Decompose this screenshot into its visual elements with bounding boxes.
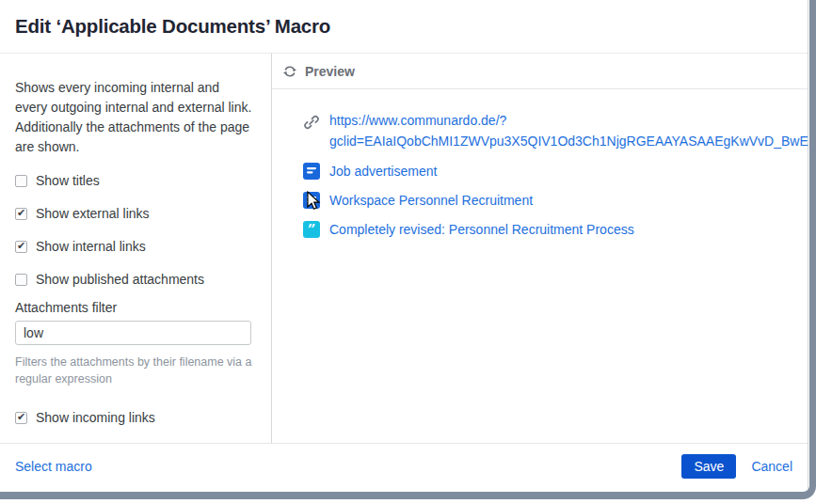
checkbox-label: Show external links: [36, 206, 150, 221]
save-button[interactable]: Save: [681, 454, 736, 479]
checkbox-row-show-external-links[interactable]: Show external links: [15, 206, 256, 221]
edit-macro-dialog: Edit ‘Applicable Documents’ Macro Shows …: [0, 0, 808, 489]
preview-item-page: Workspace Personnel Recruitment: [303, 192, 796, 210]
checkbox-row-show-published-attachments[interactable]: Show published attachments: [15, 272, 256, 287]
preview-content: https://www.communardo.de/? gclid=EAIaIQ…: [272, 89, 808, 239]
preview-blogpost-link[interactable]: Completely revised: Personnel Recruitmen…: [329, 221, 634, 239]
attachments-filter-help: Filters the attachments by their filenam…: [15, 354, 256, 387]
checkbox-label: Show incoming links: [36, 410, 155, 425]
checkbox-row-show-incoming-links[interactable]: Show incoming links: [15, 410, 256, 425]
external-url-line1[interactable]: https://www.communardo.de/?: [329, 110, 808, 131]
select-macro-link[interactable]: Select macro: [15, 459, 92, 474]
preview-panel: Preview: [272, 54, 808, 443]
page-icon: [303, 192, 320, 209]
preview-item-blogpost: ” Completely revised: Personnel Recruitm…: [303, 221, 796, 239]
preview-header: Preview: [272, 54, 808, 89]
svg-text:”: ”: [308, 221, 316, 238]
attachments-filter-input[interactable]: [15, 321, 251, 345]
macro-description: Shows every incoming internal and every …: [15, 78, 252, 157]
footer-actions: Save Cancel: [681, 454, 792, 479]
macro-parameters-panel: Shows every incoming internal and every …: [0, 54, 272, 443]
checkbox-show-titles[interactable]: [15, 175, 27, 187]
preview-page-link[interactable]: Workspace Personnel Recruitment: [329, 192, 533, 210]
refresh-icon[interactable]: [282, 64, 297, 79]
preview-item-page: Job advertisement: [303, 163, 796, 181]
link-icon: [303, 114, 320, 131]
external-url-link[interactable]: https://www.communardo.de/? gclid=EAIaIQ…: [329, 110, 808, 151]
preview-page-link[interactable]: Job advertisement: [329, 163, 437, 181]
screen: Edit ‘Applicable Documents’ Macro Shows …: [0, 0, 816, 504]
preview-item-external-link: https://www.communardo.de/? gclid=EAIaIQ…: [303, 112, 796, 151]
checkbox-show-published-attachments[interactable]: [15, 274, 27, 286]
checkbox-show-external-links[interactable]: [15, 208, 27, 220]
blogpost-icon: ”: [303, 221, 320, 238]
dialog-body: Shows every incoming internal and every …: [0, 54, 808, 443]
checkbox-show-internal-links[interactable]: [15, 241, 27, 253]
checkbox-label: Show titles: [36, 173, 100, 188]
checkbox-label: Show published attachments: [36, 272, 204, 287]
dialog-header: Edit ‘Applicable Documents’ Macro: [0, 0, 808, 54]
external-url-line2[interactable]: gclid=EAIaIQobChMI1ZWVpu3X5QIV1Od3Ch1Njg…: [329, 131, 808, 151]
checkbox-row-show-titles[interactable]: Show titles: [15, 173, 256, 188]
checkbox-label: Show internal links: [36, 239, 146, 254]
cancel-button[interactable]: Cancel: [751, 459, 792, 474]
page-title: Edit ‘Applicable Documents’ Macro: [15, 15, 330, 38]
checkbox-row-show-internal-links[interactable]: Show internal links: [15, 239, 256, 254]
preview-title: Preview: [305, 64, 355, 79]
attachments-filter-group: Attachments filter Filters the attachmen…: [15, 300, 256, 387]
checkbox-show-incoming-links[interactable]: [15, 412, 27, 424]
attachments-filter-label: Attachments filter: [15, 300, 256, 315]
page-icon: [303, 163, 320, 180]
dialog-footer: Select macro Save Cancel: [0, 443, 808, 489]
